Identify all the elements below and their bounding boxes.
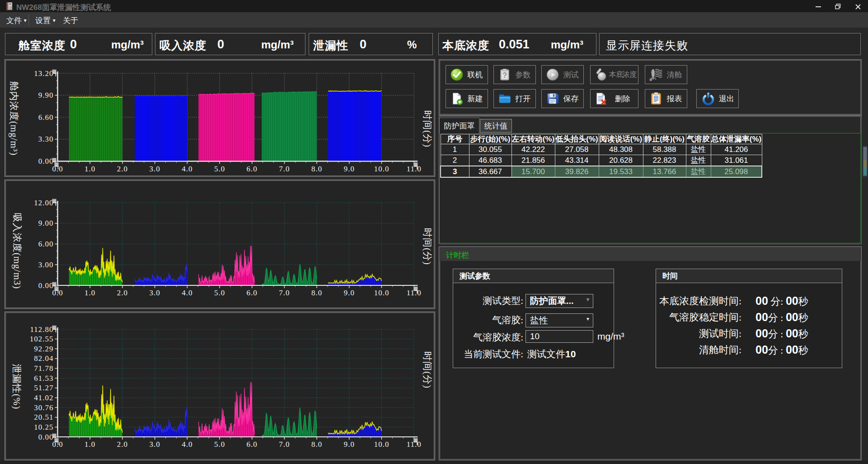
svg-text:10.0: 10.0 bbox=[374, 289, 389, 297]
svg-text:3.0: 3.0 bbox=[149, 289, 160, 297]
svg-text:6.0: 6.0 bbox=[247, 289, 258, 297]
svg-text:102.55: 102.55 bbox=[30, 335, 54, 343]
svg-text:20.51: 20.51 bbox=[34, 413, 53, 421]
svg-text:4.0: 4.0 bbox=[182, 440, 192, 449]
svg-text:1.0: 1.0 bbox=[84, 165, 95, 173]
svg-text:9.00: 9.00 bbox=[38, 219, 54, 227]
svg-text:?: ? bbox=[502, 71, 507, 79]
svg-text:8.0: 8.0 bbox=[311, 440, 322, 449]
svg-text:4.0: 4.0 bbox=[182, 289, 192, 297]
svg-text:2.0: 2.0 bbox=[117, 165, 128, 173]
svg-text:30.76: 30.76 bbox=[34, 403, 53, 412]
svg-text:2.0: 2.0 bbox=[117, 289, 128, 297]
svg-text:12.00: 12.00 bbox=[34, 199, 53, 207]
svg-text:5.0: 5.0 bbox=[214, 289, 225, 297]
svg-text:5.0: 5.0 bbox=[214, 440, 225, 449]
svg-text:41.02: 41.02 bbox=[34, 393, 53, 402]
svg-text:3.00: 3.00 bbox=[38, 260, 54, 269]
svg-text:1.0: 1.0 bbox=[84, 440, 95, 449]
svg-text:9.0: 9.0 bbox=[344, 289, 355, 297]
svg-text:5.0: 5.0 bbox=[214, 165, 225, 173]
svg-text:51.27: 51.27 bbox=[34, 384, 53, 392]
svg-text:71.78: 71.78 bbox=[34, 364, 53, 373]
svg-text:82.04: 82.04 bbox=[34, 354, 53, 363]
svg-text:0.00: 0.00 bbox=[38, 157, 54, 166]
svg-text:7.0: 7.0 bbox=[279, 440, 290, 449]
svg-text:10.25: 10.25 bbox=[34, 423, 53, 431]
svg-text:7.0: 7.0 bbox=[279, 289, 290, 297]
svg-text:10.0: 10.0 bbox=[374, 440, 389, 449]
svg-text:6.60: 6.60 bbox=[38, 113, 54, 122]
svg-text:2.0: 2.0 bbox=[117, 440, 128, 449]
svg-text:8.0: 8.0 bbox=[311, 165, 322, 173]
svg-text:9.0: 9.0 bbox=[344, 440, 355, 449]
svg-text:0.00: 0.00 bbox=[38, 281, 54, 290]
svg-text:13.20: 13.20 bbox=[34, 69, 53, 78]
svg-text:6.0: 6.0 bbox=[247, 165, 258, 173]
svg-text:6.0: 6.0 bbox=[247, 440, 258, 449]
svg-text:3.30: 3.30 bbox=[38, 135, 54, 143]
svg-text:9.0: 9.0 bbox=[344, 165, 355, 173]
svg-text:1.0: 1.0 bbox=[84, 289, 95, 297]
svg-text:3.0: 3.0 bbox=[149, 440, 160, 449]
svg-text:9.90: 9.90 bbox=[38, 91, 54, 99]
svg-text:4.0: 4.0 bbox=[182, 165, 192, 173]
svg-text:6.00: 6.00 bbox=[38, 240, 54, 248]
svg-text:3.0: 3.0 bbox=[149, 165, 160, 173]
svg-text:112.80: 112.80 bbox=[30, 325, 53, 334]
svg-text:7.0: 7.0 bbox=[279, 165, 290, 173]
svg-text:92.29: 92.29 bbox=[34, 345, 53, 353]
svg-text:61.53: 61.53 bbox=[34, 374, 53, 383]
svg-text:10.0: 10.0 bbox=[374, 165, 389, 173]
svg-text:8.0: 8.0 bbox=[311, 289, 322, 297]
svg-text:0.00: 0.00 bbox=[38, 433, 54, 441]
